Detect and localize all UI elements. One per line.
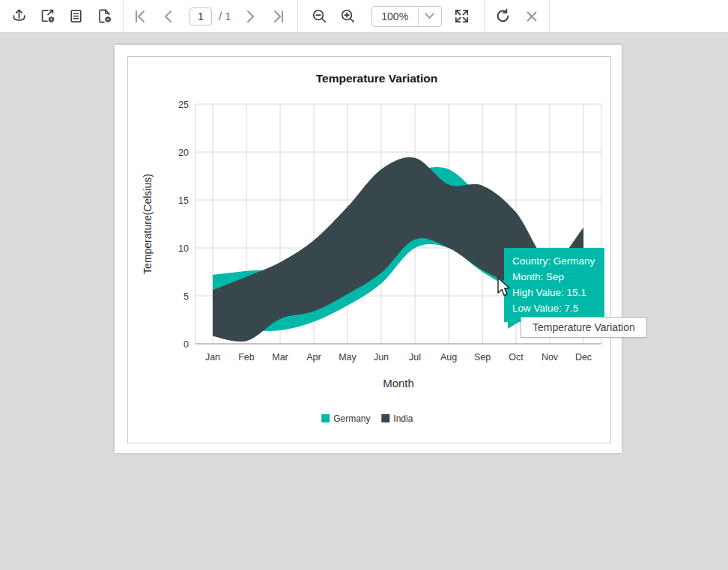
- fit-to-page-icon: [453, 7, 470, 25]
- toolbar-separator: [549, 0, 550, 32]
- viewer-canvas: Temperature Variation 0510152025JanFebMa…: [0, 33, 728, 570]
- svg-text:Oct: Oct: [509, 352, 524, 363]
- legend-item[interactable]: India: [381, 413, 413, 424]
- svg-text:15: 15: [178, 195, 189, 206]
- mouse-cursor-icon: [495, 276, 513, 299]
- chart-title: Temperature Variation: [316, 72, 438, 85]
- svg-text:Sep: Sep: [474, 352, 491, 363]
- tooltip-line-month: Month: Sep: [512, 269, 596, 285]
- next-page-icon: [241, 7, 259, 25]
- export-button[interactable]: [6, 4, 31, 29]
- zoom-out-button[interactable]: [307, 4, 333, 29]
- svg-text:20: 20: [178, 148, 189, 158]
- previous-page-icon: [160, 7, 178, 25]
- svg-text:May: May: [339, 352, 357, 363]
- page-navigation-group: / 1: [124, 0, 293, 32]
- print-layout-icon: [67, 7, 85, 25]
- zoom-in-button[interactable]: [336, 4, 361, 29]
- page-total-label: / 1: [219, 10, 231, 22]
- print-layout-button[interactable]: [63, 4, 88, 29]
- print-icon: [39, 7, 56, 25]
- title-tooltip: Temperature Variation: [521, 317, 647, 338]
- zoom-level-value: 100%: [372, 10, 418, 22]
- export-group: [0, 0, 118, 32]
- x-axis-title: Month: [383, 377, 414, 389]
- legend-item[interactable]: Germany: [321, 413, 370, 424]
- svg-text:Dec: Dec: [575, 352, 592, 363]
- last-page-icon: [270, 7, 288, 25]
- export-icon: [10, 7, 28, 25]
- zoom-in-icon: [339, 7, 357, 25]
- first-page-button[interactable]: [127, 4, 153, 29]
- page-setup-icon: [96, 7, 113, 25]
- refresh-button[interactable]: [491, 4, 516, 29]
- tooltip-pointer: [508, 321, 520, 329]
- svg-text:25: 25: [178, 100, 189, 110]
- print-button[interactable]: [34, 4, 60, 29]
- fit-to-page-button[interactable]: [449, 4, 475, 29]
- close-icon: [524, 8, 540, 25]
- svg-text:Jan: Jan: [205, 352, 220, 363]
- close-button[interactable]: [519, 4, 545, 29]
- toolbar: / 1: [0, 0, 728, 33]
- zoom-group: 100%: [298, 0, 476, 32]
- tooltip-line-low: Low Value: 7.5: [512, 300, 596, 316]
- page-number-input[interactable]: [189, 7, 212, 25]
- tooltip-line-country: Country: Germany: [512, 253, 596, 269]
- chevron-down-icon: [419, 13, 441, 19]
- last-page-button[interactable]: [266, 4, 291, 29]
- svg-text:Aug: Aug: [440, 352, 457, 363]
- tooltip-line-high: High Value: 15.1: [512, 285, 596, 300]
- svg-text:India: India: [393, 413, 413, 424]
- svg-text:Apr: Apr: [306, 352, 321, 363]
- svg-text:0: 0: [183, 339, 189, 350]
- viewer-actions-group: [485, 0, 546, 32]
- svg-text:Feb: Feb: [238, 352, 255, 363]
- first-page-icon: [131, 7, 149, 25]
- chart-legend[interactable]: GermanyIndia: [321, 413, 413, 424]
- svg-text:Jun: Jun: [374, 352, 389, 363]
- svg-text:Nov: Nov: [542, 352, 559, 363]
- refresh-icon: [494, 7, 512, 25]
- svg-text:Jul: Jul: [409, 352, 421, 363]
- svg-text:Germany: Germany: [333, 413, 370, 424]
- page-setup-button[interactable]: [91, 4, 117, 29]
- chart-tooltip: Country: Germany Month: Sep High Value: …: [504, 248, 604, 322]
- y-axis-title: Temperature(Celsius): [142, 174, 154, 274]
- svg-text:5: 5: [183, 291, 189, 302]
- svg-text:Mar: Mar: [272, 352, 288, 363]
- zoom-out-icon: [311, 7, 328, 25]
- zoom-level-dropdown[interactable]: 100%: [371, 6, 442, 27]
- svg-text:10: 10: [178, 243, 189, 254]
- next-page-button[interactable]: [237, 4, 263, 29]
- previous-page-button[interactable]: [156, 4, 181, 29]
